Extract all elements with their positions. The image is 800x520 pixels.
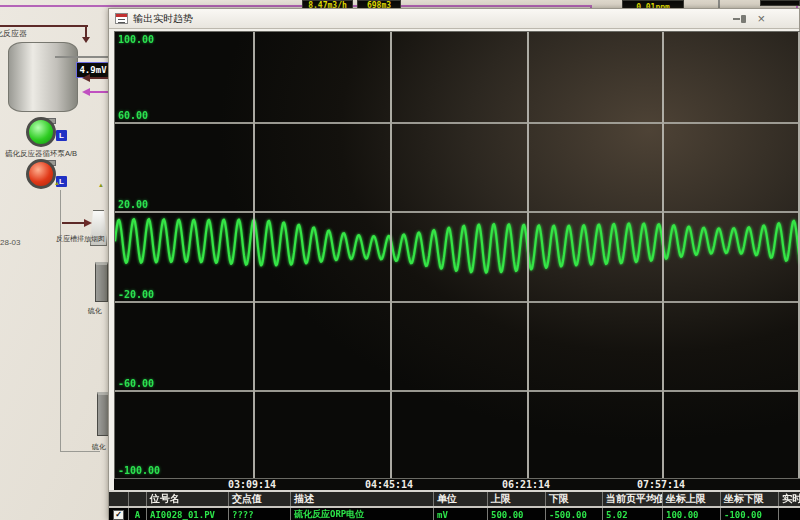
col-high-limit: 上限 <box>488 492 546 506</box>
y-axis-tick-label: 20.00 <box>118 199 148 210</box>
row-axis-low: -100.00 <box>721 508 779 520</box>
scada-screen: 8.47m3/h 698m3 0.01ppm 硫化反应器 4.9mV L 硫化反… <box>0 0 800 520</box>
y-axis-tick-label: -60.00 <box>118 378 154 389</box>
vertical-gridline <box>390 32 392 478</box>
col-realtime: 实时 <box>779 492 800 506</box>
x-axis-tick-label: 07:57:14 <box>637 479 685 490</box>
horizontal-gridline <box>115 390 800 392</box>
arrow-right-icon <box>84 219 92 227</box>
col-select <box>109 492 129 506</box>
x-axis-tick-label: 06:21:14 <box>502 479 550 490</box>
pump-b[interactable] <box>26 159 56 189</box>
trend-window-title: 输出实时趋势 <box>133 12 193 26</box>
equipment-label-1: 硫化 <box>88 306 102 316</box>
alarm-triangle-icon: ▲ <box>98 182 104 188</box>
col-page-average: 当前页平均值 <box>603 492 663 506</box>
col-axis-high: 坐标上限 <box>663 492 721 506</box>
y-axis-tick-label: -100.00 <box>118 465 160 476</box>
pipe-purple-top <box>0 5 592 7</box>
row-select-cell: ✓ <box>109 508 129 520</box>
y-axis-tick-label: 100.00 <box>118 34 154 45</box>
table-row[interactable]: ✓ A AI0028_01.PV ???? 硫化反应ORP电位 mV 500.0… <box>109 508 800 520</box>
pipe-top-line <box>55 56 108 58</box>
trend-curve[interactable] <box>115 32 800 479</box>
reactor-label: 硫化反应器 <box>0 28 27 39</box>
col-axis-low: 坐标下限 <box>721 492 779 506</box>
row-tag: AI0028_01.PV <box>147 508 229 520</box>
arrow-left-icon <box>82 74 90 82</box>
horizontal-gridline <box>115 301 800 303</box>
row-unit: mV <box>434 508 488 520</box>
arrow-down-icon <box>82 37 90 43</box>
close-icon[interactable]: × <box>757 12 765 25</box>
vertical-gridline <box>662 32 664 478</box>
pipe-feed <box>0 25 88 27</box>
row-group: A <box>129 508 147 520</box>
row-axis-high: 100.00 <box>663 508 721 520</box>
row-description: 硫化反应ORP电位 <box>291 508 434 520</box>
equipment-tag: 28-03 <box>0 238 20 247</box>
row-realtime <box>779 508 800 520</box>
trend-plot-area: 100.0060.0020.00-20.00-60.00-100.00 <box>114 31 800 479</box>
table-header-row: 位号名 交点值 描述 单位 上限 下限 当前页平均值 坐标上限 坐标下限 实时 <box>109 492 800 508</box>
col-group <box>129 492 147 506</box>
x-axis-tick-label: 04:45:14 <box>365 479 413 490</box>
row-cross-value: ???? <box>229 508 291 520</box>
trend-window-icon <box>115 13 128 24</box>
row-select-checkbox[interactable]: ✓ <box>113 510 124 520</box>
col-tag: 位号名 <box>147 492 229 506</box>
pipe-return-a <box>90 77 108 79</box>
row-page-average: 5.02 <box>603 508 663 520</box>
pump-a[interactable] <box>26 117 56 147</box>
col-unit: 单位 <box>434 492 488 506</box>
pipe-return-b <box>90 91 108 93</box>
stack-label: 反应槽排放烟囱 <box>56 234 105 244</box>
pipe-to-stack <box>62 222 86 224</box>
trend-tag-table: 位号名 交点值 描述 单位 上限 下限 当前页平均值 坐标上限 坐标下限 实时 … <box>109 490 800 520</box>
pipe-feed-drop <box>85 25 87 37</box>
row-high-limit: 500.00 <box>488 508 546 520</box>
pipe-loop-vertical <box>60 190 61 452</box>
vertical-gridline <box>527 32 529 478</box>
time-axis: 03:09:1404:45:1406:21:1407:57:14 <box>114 479 800 490</box>
reactor-vessel[interactable] <box>8 42 78 112</box>
x-axis-tick-label: 03:09:14 <box>228 479 276 490</box>
equipment-column-1 <box>95 262 108 302</box>
col-cross-value: 交点值 <box>229 492 291 506</box>
readout-cut <box>760 0 800 6</box>
vertical-gridline <box>253 32 255 478</box>
equipment-label-2: 硫化 <box>92 442 106 452</box>
alarm-triangle-icon: ▲ <box>54 180 60 186</box>
row-low-limit: -500.00 <box>546 508 603 520</box>
y-axis-tick-label: 60.00 <box>118 110 148 121</box>
horizontal-gridline <box>115 211 800 213</box>
pump-a-mode-badge: L <box>56 130 67 141</box>
col-description: 描述 <box>291 492 434 506</box>
arrow-left-magenta-icon <box>82 88 90 96</box>
trend-window: 输出实时趋势 × 100.0060.0020.00-20.00-60.00-10… <box>108 8 800 520</box>
y-axis-tick-label: -20.00 <box>118 289 154 300</box>
col-low-limit: 下限 <box>546 492 603 506</box>
pumps-label: 硫化反应器循环泵A/B <box>5 149 77 159</box>
pin-icon[interactable] <box>733 14 747 24</box>
trend-window-titlebar[interactable]: 输出实时趋势 × <box>109 9 799 29</box>
horizontal-gridline <box>115 122 800 124</box>
